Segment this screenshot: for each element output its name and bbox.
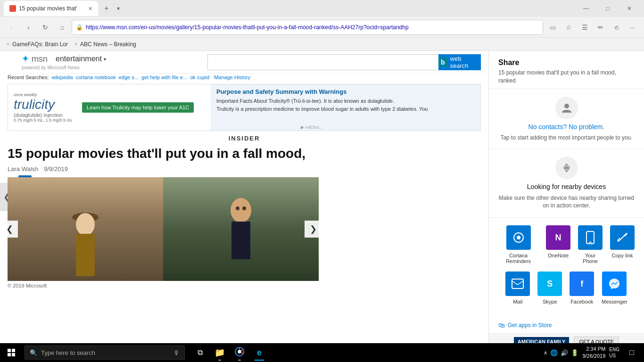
clock-date: 9/26/2019 — [582, 353, 605, 360]
ad-cta-button[interactable]: Learn how Trulicity may help lower your … — [82, 102, 194, 113]
file-explorer-button[interactable]: 📁 — [210, 343, 229, 362]
edge-button[interactable]: e — [250, 343, 269, 362]
article-image-right — [163, 177, 319, 281]
ad-banner: once weekly trulicity (dulaglutide) inje… — [8, 84, 481, 131]
skype-label: Skype — [543, 299, 557, 304]
yourphone-label: Your Phone — [578, 253, 603, 264]
app-onenote[interactable]: N OneNote — [546, 225, 570, 264]
recent-edge[interactable]: edge s... — [119, 74, 139, 80]
reader-view-button[interactable]: ▭ — [545, 20, 560, 35]
systray-chevron[interactable]: ∧ — [544, 350, 547, 356]
active-tab[interactable]: 15 popular movies that' ✕ — [4, 1, 98, 16]
maximize-button[interactable]: □ — [597, 0, 619, 17]
image-prev-button[interactable]: ❮ — [1, 221, 18, 238]
forward-button[interactable]: › — [21, 20, 36, 35]
system-clock[interactable]: 2:34 PM 9/26/2019 — [582, 346, 605, 360]
panel-bottom-ad: AMERICAN FAMILY GET A QUOTE — [489, 333, 644, 343]
ad-right-title: Purpose and Safety Summary with Warnings — [216, 88, 475, 95]
taskbar-pinned-items: ⧉ 📁 e — [187, 343, 272, 362]
back-button[interactable]: ‹ — [4, 20, 19, 35]
taskbar-search-bar[interactable]: 🔍 Type here to search 🎙 — [25, 346, 185, 360]
nearby-icon — [555, 156, 578, 179]
url-text: https://www.msn.com/en-us/movies/gallery… — [86, 24, 539, 31]
recent-cortana[interactable]: cortana notebook — [76, 74, 116, 80]
ad-logo: once weekly trulicity (dulaglutide) inje… — [14, 92, 73, 123]
ad-left: once weekly trulicity (dulaglutide) inje… — [8, 84, 211, 131]
app-cortana[interactable]: Cortana Reminders — [498, 225, 538, 264]
home-button[interactable]: ⌂ — [55, 20, 70, 35]
panel-ad-button[interactable]: GET A QUOTE — [574, 337, 619, 343]
powered-by-label: powered by Microsoft News — [22, 65, 106, 70]
contacts-title[interactable]: No contacts? No problem. — [528, 123, 605, 131]
manage-history-link[interactable]: Manage History — [214, 74, 250, 80]
svg-point-7 — [564, 104, 569, 108]
nearby-subtitle: Make sure the other device has nearby sh… — [498, 194, 635, 210]
app-messenger[interactable]: Messenger — [602, 272, 627, 304]
article-image — [8, 177, 319, 281]
skype-icon: S — [537, 272, 562, 296]
minimize-button[interactable]: — — [575, 0, 597, 17]
svg-rect-12 — [589, 242, 592, 243]
get-apps-link[interactable]: 🛍 Get apps in Store — [489, 320, 644, 333]
app-facebook[interactable]: f Facebook — [570, 272, 594, 304]
favorites-item-abc[interactable]: ★ ABC News – Breaking — [74, 41, 136, 48]
address-bar[interactable]: 🔒 https://www.msn.com/en-us/movies/galle… — [72, 20, 543, 35]
favorites-button[interactable]: ☆ — [561, 20, 576, 35]
msn-symbol: ✦ — [22, 54, 29, 64]
reading-list-button[interactable]: ☰ — [577, 20, 592, 35]
share-panel: Share 15 popular movies that'll put you … — [488, 51, 644, 343]
taskbar-search-text: Type here to search — [41, 349, 170, 356]
refresh-button[interactable]: ↻ — [38, 20, 53, 35]
svg-point-8 — [565, 166, 568, 169]
image-next-button[interactable]: ❯ — [305, 221, 322, 238]
copylink-icon — [610, 225, 635, 250]
microphone-icon[interactable]: 🎙 — [173, 349, 180, 356]
nearby-title: Looking for nearby devices — [527, 183, 606, 190]
network-icon: 🌐 — [550, 349, 558, 356]
tab-favicon — [9, 5, 16, 12]
title-bar: 15 popular movies that' ✕ + ▾ — □ ✕ — [0, 0, 644, 17]
favorites-item-gamefaqs[interactable]: ★ GameFAQs: Brain Lor — [6, 41, 68, 48]
msn-logo: ✦ msn entertainment ▾ — [22, 54, 106, 64]
main-content-area: ❮ in f t W ✉ ✦ msn entertainment ▾ — [0, 51, 644, 343]
more-button[interactable]: ··· — [625, 20, 640, 35]
recent-okcupid[interactable]: ok cupid — [190, 74, 209, 80]
msn-section[interactable]: entertainment ▾ — [56, 55, 106, 63]
recent-searches-bar: Recent Searches: wikipedia cortana noteb… — [0, 74, 488, 81]
article-date: 9/9/2019 — [44, 165, 68, 173]
lock-icon: 🔒 — [76, 24, 83, 31]
tab-scroll-btn[interactable]: ▾ — [115, 4, 122, 13]
facebook-label: Facebook — [570, 299, 593, 304]
battery-icon: 🔋 — [571, 349, 578, 356]
share-button[interactable]: ⎋ — [609, 20, 624, 35]
chrome-button[interactable] — [230, 343, 249, 362]
task-view-button[interactable]: ⧉ — [190, 343, 209, 362]
nearby-section: Looking for nearby devices Make sure the… — [489, 149, 644, 218]
article-image-left — [8, 177, 163, 281]
systray: ∧ 🌐 🔊 🔋 — [544, 349, 578, 356]
article-area: INSIDER 15 popular movies that'll put yo… — [0, 135, 488, 281]
edge-icon: e — [257, 348, 262, 358]
start-button[interactable] — [0, 343, 23, 362]
copylink-label: Copy link — [611, 253, 633, 258]
search-button[interactable]: b web search — [438, 54, 481, 70]
app-skype[interactable]: S Skype — [537, 272, 562, 304]
ad-brand-name: trulicity — [14, 97, 73, 112]
close-button[interactable]: ✕ — [619, 0, 640, 17]
app-yourphone[interactable]: Your Phone — [578, 225, 603, 264]
tab-bar: 15 popular movies that' ✕ + ▾ — [4, 1, 571, 16]
notes-button[interactable]: ✏ — [593, 20, 608, 35]
app-mail[interactable]: Mail — [505, 272, 530, 304]
new-tab-button[interactable]: + — [100, 2, 113, 15]
tab-close-btn[interactable]: ✕ — [88, 6, 92, 12]
taskbar-underline — [255, 360, 264, 361]
messenger-label: Messenger — [602, 299, 627, 304]
app-copylink[interactable]: Copy link — [610, 225, 635, 264]
clock-time: 2:34 PM — [582, 346, 605, 353]
recent-wikipedia[interactable]: wikipedia — [51, 74, 73, 80]
search-input[interactable] — [207, 54, 438, 70]
recent-gethelp[interactable]: get help with file e... — [141, 74, 187, 80]
ad-once-weekly: once weekly — [14, 92, 73, 97]
notification-button[interactable]: □ — [623, 343, 640, 362]
adchoices-label: ▶ AdChoi... — [301, 125, 322, 130]
